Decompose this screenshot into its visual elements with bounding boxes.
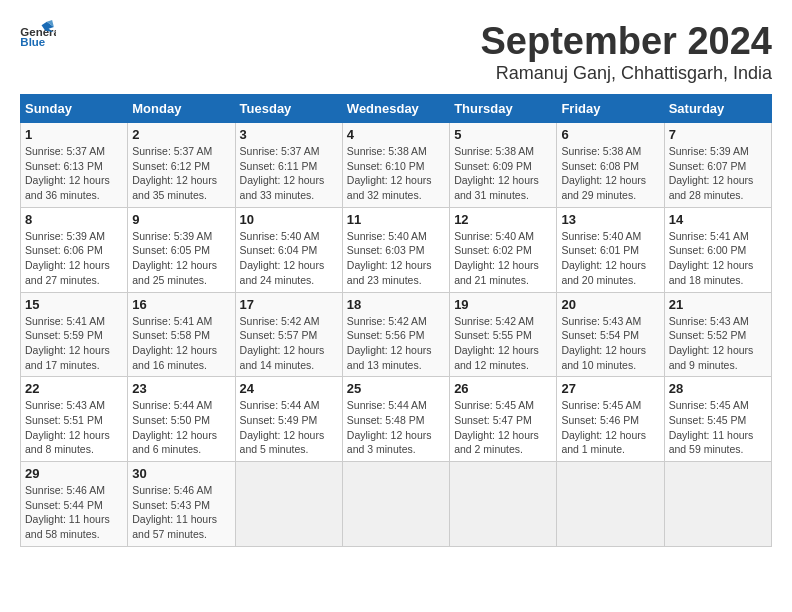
- day-number: 30: [132, 466, 230, 481]
- calendar-cell: 6Sunrise: 5:38 AM Sunset: 6:08 PM Daylig…: [557, 123, 664, 208]
- calendar-week-1: 1Sunrise: 5:37 AM Sunset: 6:13 PM Daylig…: [21, 123, 772, 208]
- header: General Blue September 2024 Ramanuj Ganj…: [20, 20, 772, 84]
- day-number: 11: [347, 212, 445, 227]
- day-info: Sunrise: 5:45 AM Sunset: 5:46 PM Dayligh…: [561, 398, 659, 457]
- day-info: Sunrise: 5:39 AM Sunset: 6:07 PM Dayligh…: [669, 144, 767, 203]
- day-info: Sunrise: 5:38 AM Sunset: 6:08 PM Dayligh…: [561, 144, 659, 203]
- day-number: 8: [25, 212, 123, 227]
- day-info: Sunrise: 5:40 AM Sunset: 6:01 PM Dayligh…: [561, 229, 659, 288]
- calendar-cell: 5Sunrise: 5:38 AM Sunset: 6:09 PM Daylig…: [450, 123, 557, 208]
- calendar-cell: 4Sunrise: 5:38 AM Sunset: 6:10 PM Daylig…: [342, 123, 449, 208]
- calendar-cell: 7Sunrise: 5:39 AM Sunset: 6:07 PM Daylig…: [664, 123, 771, 208]
- day-info: Sunrise: 5:42 AM Sunset: 5:57 PM Dayligh…: [240, 314, 338, 373]
- calendar-cell: [342, 462, 449, 547]
- day-number: 19: [454, 297, 552, 312]
- day-number: 22: [25, 381, 123, 396]
- calendar-cell: 28Sunrise: 5:45 AM Sunset: 5:45 PM Dayli…: [664, 377, 771, 462]
- title-area: September 2024 Ramanuj Ganj, Chhattisgar…: [481, 20, 773, 84]
- day-number: 27: [561, 381, 659, 396]
- calendar-cell: 19Sunrise: 5:42 AM Sunset: 5:55 PM Dayli…: [450, 292, 557, 377]
- day-info: Sunrise: 5:42 AM Sunset: 5:55 PM Dayligh…: [454, 314, 552, 373]
- day-info: Sunrise: 5:41 AM Sunset: 5:59 PM Dayligh…: [25, 314, 123, 373]
- calendar-table: SundayMondayTuesdayWednesdayThursdayFrid…: [20, 94, 772, 547]
- day-header-monday: Monday: [128, 95, 235, 123]
- calendar-cell: 25Sunrise: 5:44 AM Sunset: 5:48 PM Dayli…: [342, 377, 449, 462]
- calendar-week-3: 15Sunrise: 5:41 AM Sunset: 5:59 PM Dayli…: [21, 292, 772, 377]
- calendar-cell: 1Sunrise: 5:37 AM Sunset: 6:13 PM Daylig…: [21, 123, 128, 208]
- calendar-week-4: 22Sunrise: 5:43 AM Sunset: 5:51 PM Dayli…: [21, 377, 772, 462]
- day-number: 17: [240, 297, 338, 312]
- day-info: Sunrise: 5:37 AM Sunset: 6:12 PM Dayligh…: [132, 144, 230, 203]
- calendar-cell: 24Sunrise: 5:44 AM Sunset: 5:49 PM Dayli…: [235, 377, 342, 462]
- day-header-tuesday: Tuesday: [235, 95, 342, 123]
- day-info: Sunrise: 5:39 AM Sunset: 6:05 PM Dayligh…: [132, 229, 230, 288]
- day-info: Sunrise: 5:37 AM Sunset: 6:11 PM Dayligh…: [240, 144, 338, 203]
- day-info: Sunrise: 5:44 AM Sunset: 5:50 PM Dayligh…: [132, 398, 230, 457]
- svg-text:Blue: Blue: [20, 36, 45, 48]
- calendar-cell: 13Sunrise: 5:40 AM Sunset: 6:01 PM Dayli…: [557, 207, 664, 292]
- calendar-header-row: SundayMondayTuesdayWednesdayThursdayFrid…: [21, 95, 772, 123]
- day-info: Sunrise: 5:42 AM Sunset: 5:56 PM Dayligh…: [347, 314, 445, 373]
- day-number: 23: [132, 381, 230, 396]
- calendar-cell: 8Sunrise: 5:39 AM Sunset: 6:06 PM Daylig…: [21, 207, 128, 292]
- day-number: 25: [347, 381, 445, 396]
- day-number: 26: [454, 381, 552, 396]
- day-info: Sunrise: 5:46 AM Sunset: 5:44 PM Dayligh…: [25, 483, 123, 542]
- calendar-cell: [450, 462, 557, 547]
- day-info: Sunrise: 5:45 AM Sunset: 5:47 PM Dayligh…: [454, 398, 552, 457]
- day-number: 14: [669, 212, 767, 227]
- day-number: 5: [454, 127, 552, 142]
- calendar-cell: 26Sunrise: 5:45 AM Sunset: 5:47 PM Dayli…: [450, 377, 557, 462]
- calendar-cell: 10Sunrise: 5:40 AM Sunset: 6:04 PM Dayli…: [235, 207, 342, 292]
- day-number: 2: [132, 127, 230, 142]
- day-info: Sunrise: 5:43 AM Sunset: 5:54 PM Dayligh…: [561, 314, 659, 373]
- day-info: Sunrise: 5:45 AM Sunset: 5:45 PM Dayligh…: [669, 398, 767, 457]
- day-number: 3: [240, 127, 338, 142]
- calendar-week-5: 29Sunrise: 5:46 AM Sunset: 5:44 PM Dayli…: [21, 462, 772, 547]
- day-header-wednesday: Wednesday: [342, 95, 449, 123]
- logo: General Blue: [20, 20, 56, 50]
- calendar-cell: 11Sunrise: 5:40 AM Sunset: 6:03 PM Dayli…: [342, 207, 449, 292]
- day-info: Sunrise: 5:41 AM Sunset: 6:00 PM Dayligh…: [669, 229, 767, 288]
- subtitle: Ramanuj Ganj, Chhattisgarh, India: [481, 63, 773, 84]
- calendar-cell: 3Sunrise: 5:37 AM Sunset: 6:11 PM Daylig…: [235, 123, 342, 208]
- calendar-cell: 30Sunrise: 5:46 AM Sunset: 5:43 PM Dayli…: [128, 462, 235, 547]
- calendar-cell: 29Sunrise: 5:46 AM Sunset: 5:44 PM Dayli…: [21, 462, 128, 547]
- day-number: 16: [132, 297, 230, 312]
- month-title: September 2024: [481, 20, 773, 63]
- calendar-cell: 2Sunrise: 5:37 AM Sunset: 6:12 PM Daylig…: [128, 123, 235, 208]
- calendar-cell: [557, 462, 664, 547]
- calendar-cell: 21Sunrise: 5:43 AM Sunset: 5:52 PM Dayli…: [664, 292, 771, 377]
- day-header-saturday: Saturday: [664, 95, 771, 123]
- day-number: 15: [25, 297, 123, 312]
- calendar-cell: 17Sunrise: 5:42 AM Sunset: 5:57 PM Dayli…: [235, 292, 342, 377]
- day-number: 12: [454, 212, 552, 227]
- day-number: 18: [347, 297, 445, 312]
- day-number: 1: [25, 127, 123, 142]
- calendar-body: 1Sunrise: 5:37 AM Sunset: 6:13 PM Daylig…: [21, 123, 772, 547]
- calendar-cell: 14Sunrise: 5:41 AM Sunset: 6:00 PM Dayli…: [664, 207, 771, 292]
- day-number: 28: [669, 381, 767, 396]
- day-info: Sunrise: 5:46 AM Sunset: 5:43 PM Dayligh…: [132, 483, 230, 542]
- calendar-week-2: 8Sunrise: 5:39 AM Sunset: 6:06 PM Daylig…: [21, 207, 772, 292]
- day-number: 24: [240, 381, 338, 396]
- day-info: Sunrise: 5:37 AM Sunset: 6:13 PM Dayligh…: [25, 144, 123, 203]
- calendar-cell: [664, 462, 771, 547]
- calendar-cell: 9Sunrise: 5:39 AM Sunset: 6:05 PM Daylig…: [128, 207, 235, 292]
- day-number: 10: [240, 212, 338, 227]
- calendar-cell: 18Sunrise: 5:42 AM Sunset: 5:56 PM Dayli…: [342, 292, 449, 377]
- day-info: Sunrise: 5:38 AM Sunset: 6:10 PM Dayligh…: [347, 144, 445, 203]
- day-info: Sunrise: 5:44 AM Sunset: 5:49 PM Dayligh…: [240, 398, 338, 457]
- day-info: Sunrise: 5:38 AM Sunset: 6:09 PM Dayligh…: [454, 144, 552, 203]
- calendar-cell: 20Sunrise: 5:43 AM Sunset: 5:54 PM Dayli…: [557, 292, 664, 377]
- calendar-cell: 23Sunrise: 5:44 AM Sunset: 5:50 PM Dayli…: [128, 377, 235, 462]
- day-header-friday: Friday: [557, 95, 664, 123]
- calendar-cell: 22Sunrise: 5:43 AM Sunset: 5:51 PM Dayli…: [21, 377, 128, 462]
- calendar-cell: 27Sunrise: 5:45 AM Sunset: 5:46 PM Dayli…: [557, 377, 664, 462]
- day-number: 29: [25, 466, 123, 481]
- day-number: 7: [669, 127, 767, 142]
- calendar-cell: 16Sunrise: 5:41 AM Sunset: 5:58 PM Dayli…: [128, 292, 235, 377]
- day-number: 13: [561, 212, 659, 227]
- day-info: Sunrise: 5:43 AM Sunset: 5:51 PM Dayligh…: [25, 398, 123, 457]
- calendar-cell: 12Sunrise: 5:40 AM Sunset: 6:02 PM Dayli…: [450, 207, 557, 292]
